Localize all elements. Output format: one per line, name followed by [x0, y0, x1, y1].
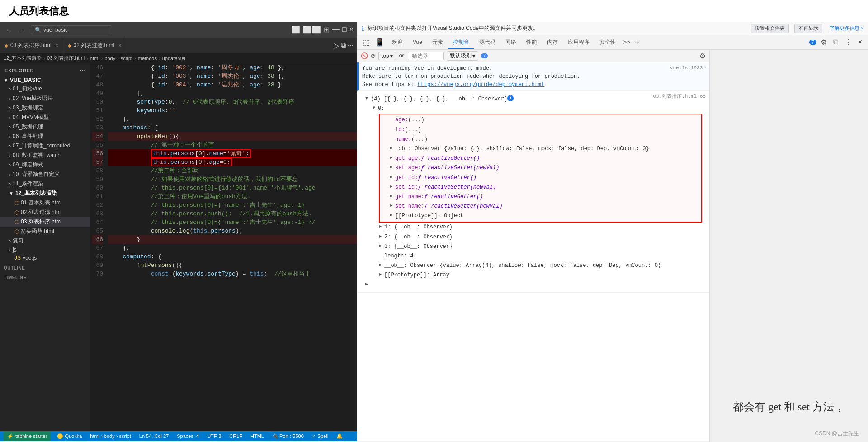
sidebar-file-list1[interactable]: ⬡ 01.基本列表.html [0, 198, 90, 208]
top-context-dropdown[interactable]: top ▾ [378, 52, 396, 60]
tree-prop-age[interactable]: age: (...) [389, 115, 699, 125]
dt-tab-vue[interactable]: Vue [408, 37, 427, 48]
tree-setid[interactable]: ▶ set id: ƒ reactiveSetter(newVal) [389, 183, 699, 192]
tree-root[interactable]: ▼ (4) [{…}, {…}, {…}, {…}, __ob__: Obser… [364, 95, 653, 104]
code-content[interactable]: { id: '002', name: '周冬雨', age: 48 }, { i… [107, 63, 357, 431]
editor-search-bar[interactable]: 🔍 vue_basic [31, 25, 112, 34]
close-icon[interactable]: × [349, 25, 354, 34]
sidebar-file-list2[interactable]: ⬡ 02.列表过滤.html [0, 208, 90, 217]
tab-close-icon[interactable]: × [56, 43, 58, 48]
sidebar-item-cond[interactable]: › 11_条件渲染 [0, 179, 90, 189]
tree-prop-id[interactable]: id: (...) [389, 125, 699, 135]
sidebar-item-proxy[interactable]: › 05_数据代理 [0, 122, 90, 132]
sidebar-item-bgcolor[interactable]: › 10_背景颜色自定义 [0, 170, 90, 179]
devtools-close-icon[interactable]: × [856, 37, 864, 47]
split-view-icon[interactable]: ⧉ [341, 41, 346, 50]
status-quokka[interactable]: 🟡 Quokka [55, 433, 84, 439]
console-ref-sort[interactable]: 03.列表排序.html:65 [653, 93, 706, 100]
sidebar-item-events[interactable]: › 06_事件处理 [0, 132, 90, 141]
tree-setage[interactable]: ▶ set age: ƒ reactiveSetter(newVal) [389, 163, 699, 173]
sidebar-file-list3[interactable]: ⬡ 03.列表排序.html [0, 217, 90, 227]
console-ref-vue[interactable]: vue.1s:1933→ [670, 64, 706, 72]
tree-prop-ob[interactable]: ▶ _ob_: Observer {value: {…}, shallow: f… [389, 144, 699, 154]
tree-item-0[interactable]: ▼ 0: [372, 104, 702, 114]
run-icon[interactable]: ▷ [334, 41, 339, 50]
tree-item-2[interactable]: ▶ 2: {__ob__: Observer} [372, 233, 702, 242]
status-branch[interactable]: ⚡ tabnine starter [4, 431, 51, 441]
console-settings-icon[interactable]: ⚙ [699, 52, 706, 60]
sidebar-folder-root[interactable]: ▼ VUE_BASIC [0, 76, 90, 84]
tree-getname[interactable]: ▶ get name: ƒ reactiveGetter() [389, 192, 699, 202]
devtools-more-icon[interactable]: ⋮ [842, 37, 854, 48]
dt-tab-console[interactable]: 控制台 [448, 37, 474, 49]
dt-tab-network[interactable]: 网络 [501, 37, 521, 49]
devtools-settings-icon[interactable]: ⚙ [818, 37, 829, 48]
tree-item-3[interactable]: ▶ 3: {__ob__: Observer} [372, 242, 702, 252]
console-clear-icon[interactable]: 🚫 [361, 52, 368, 59]
grid-icon[interactable]: ⊞ [324, 25, 330, 34]
devtools-dock-icon[interactable]: ⧉ [831, 37, 840, 47]
vue-link[interactable]: https://vuejs.org/guide/deployment.html [417, 81, 544, 88]
sidebar-menu-icon[interactable]: ··· [80, 67, 86, 74]
sidebar-item-databind[interactable]: › 03_数据绑定 [0, 103, 90, 113]
dt-tab-security[interactable]: 安全性 [595, 37, 620, 49]
default-level-dropdown[interactable]: 默认级别 ▾ [447, 51, 478, 61]
sidebar-item-template[interactable]: › 02_Vue模板语法 [0, 94, 90, 103]
setup-folder-button[interactable]: 设置根文件夹 [751, 24, 789, 33]
dt-tab-sources[interactable]: 源代码 [475, 37, 500, 49]
sidebar-item-watch[interactable]: › 08_数据监视_watch [0, 151, 90, 160]
tab-close-icon-2[interactable]: × [118, 43, 121, 48]
sidebar-item-mvvm[interactable]: › 04_MVVM模型 [0, 113, 90, 122]
no-show-button[interactable]: 不再显示 [794, 24, 822, 33]
code-area[interactable]: 4647484950 5152535455 5657585960 6162636… [90, 63, 357, 431]
back-button[interactable]: ← [4, 25, 14, 34]
devtools-mobile-icon[interactable]: 📱 [373, 37, 387, 48]
console-filter-input[interactable] [408, 52, 444, 60]
tree-item-1[interactable]: ▶ 1: {__ob__: Observer} [372, 223, 702, 232]
tree-proto-array[interactable]: ▶ [[Prototype]]: Array [372, 271, 702, 280]
status-position[interactable]: Ln 54, Col 27 [137, 433, 170, 439]
status-eol[interactable]: CRLF [227, 433, 244, 439]
dt-tab-elements[interactable]: 元素 [428, 37, 448, 49]
status-encoding[interactable]: UTF-8 [205, 433, 223, 439]
more-info-link[interactable]: 了解更多信息 × [830, 25, 863, 32]
dt-tab-app[interactable]: 应用程序 [563, 37, 594, 49]
forward-button[interactable]: → [17, 25, 28, 34]
sidebar-item-style[interactable]: › 09_绑定样式 [0, 160, 90, 170]
tab-list-filter[interactable]: ◆ 03.列表排序.html × [0, 38, 63, 53]
sidebar-item-js[interactable]: › js [0, 246, 90, 254]
status-lang[interactable]: HTML [249, 433, 266, 439]
tree-fn-setname: ƒ reactiveSetter(newVal) [425, 202, 503, 211]
dt-tab-memory[interactable]: 内存 [542, 37, 562, 49]
dt-add-tab-icon[interactable]: + [633, 38, 642, 47]
sidebar-item-list[interactable]: ▼ 12_基本列表渲染 [0, 189, 90, 198]
split-editor-2-icon[interactable]: ⬜⬜ [303, 25, 321, 34]
maximize-icon[interactable]: □ [342, 25, 347, 34]
status-port[interactable]: 🔌 Port : 5500 [270, 433, 306, 439]
tree-getid[interactable]: ▶ get id: ƒ reactiveGetter() [389, 173, 699, 183]
console-filter-icon[interactable]: ⊘ [371, 52, 376, 59]
status-bell-icon[interactable]: 🔔 [335, 433, 344, 439]
split-editor-icon[interactable]: ⬜ [291, 25, 300, 34]
tree-setname[interactable]: ▶ set name: ƒ reactiveSetter(newVal) [389, 202, 699, 211]
tree-ob-root[interactable]: ▶ __ob__: Observer {value: Array(4), sha… [372, 261, 702, 271]
tree-getage[interactable]: ▶ get age: ƒ reactiveGetter() [389, 154, 699, 163]
status-spaces[interactable]: Spaces: 4 [175, 433, 201, 439]
status-spell[interactable]: ✓ Spell [310, 433, 330, 439]
sidebar-file-vuejs[interactable]: JS vue.js [0, 254, 90, 262]
dt-tab-perf[interactable]: 性能 [522, 37, 542, 49]
dt-tab-welcome[interactable]: 欢迎 [387, 37, 407, 49]
sidebar-item-review[interactable]: › 复习 [0, 236, 90, 246]
dt-more-tabs-icon[interactable]: >> [621, 38, 632, 46]
tree-prop-name[interactable]: name: (...) [389, 135, 699, 144]
console-eye-icon[interactable]: 👁 [399, 52, 405, 60]
devtools-inspect-icon[interactable]: ⬚ [361, 37, 372, 48]
tree-close[interactable]: ▶ [364, 280, 702, 289]
sidebar-item-computed[interactable]: › 07_计算属性_computed [0, 141, 90, 151]
tree-proto-obj[interactable]: ▶ [[Prototype]]: Object [389, 211, 699, 221]
sidebar-item-init-vue[interactable]: › 01_初始Vue [0, 84, 90, 94]
minimize-icon[interactable]: — [332, 25, 340, 34]
tab-list-sort[interactable]: ◆ 02.列表过滤.html × [63, 38, 127, 53]
sidebar-file-arrow[interactable]: ⬡ 箭头函数.html [0, 227, 90, 236]
more-icon[interactable]: ··· [348, 41, 354, 50]
